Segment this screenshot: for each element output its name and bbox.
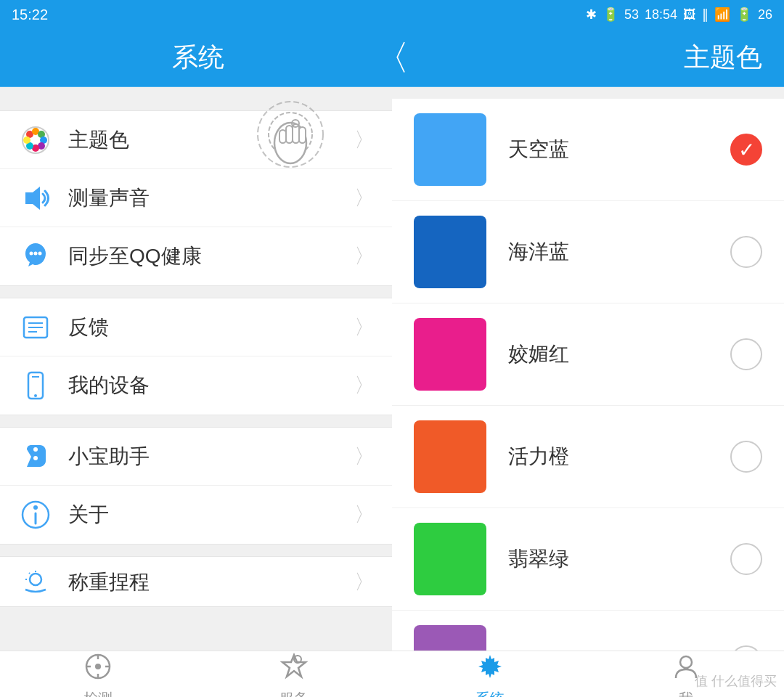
header: 系统 〈 主题色 <box>0 29 784 87</box>
color-swatch-ocean-blue <box>414 216 486 288</box>
theme-icon <box>17 122 54 158</box>
nav-item-detect[interactable]: 检测 <box>0 651 196 697</box>
header-left: 系统 <box>22 40 375 76</box>
color-name-green: 翡翠绿 <box>508 545 730 573</box>
color-item-green[interactable]: 翡翠绿 <box>392 508 784 611</box>
sound-arrow: 〉 <box>354 184 375 212</box>
header-left-title: 系统 <box>22 40 375 76</box>
detect-icon <box>83 652 113 688</box>
menu-item-qq[interactable]: 同步至QQ健康 〉 <box>0 227 392 285</box>
color-item-ocean-blue[interactable]: 海洋蓝 <box>392 201 784 303</box>
about-icon <box>17 497 54 533</box>
section-group-1: 主题色 <box>0 110 392 286</box>
main-content: 主题色 <box>0 99 784 651</box>
sound-label: 测量声音 <box>68 184 354 212</box>
svg-point-25 <box>34 394 37 397</box>
about-label: 关于 <box>68 501 354 529</box>
status-time-left: 15:22 <box>12 7 48 23</box>
assistant-icon <box>17 439 54 475</box>
qq-label: 同步至QQ健康 <box>68 242 354 270</box>
weight-label: 称重捏程 <box>68 568 354 596</box>
section-group-2: 反馈 〉 我的设备 〉 <box>0 298 392 415</box>
color-radio-sky-blue[interactable]: ✓ <box>730 134 762 166</box>
svg-point-18 <box>34 252 38 256</box>
menu-item-assistant[interactable]: 小宝助手 〉 <box>0 428 392 486</box>
menu-item-feedback[interactable]: 反馈 〉 <box>0 298 392 356</box>
svg-point-8 <box>23 136 30 144</box>
svg-point-19 <box>38 252 42 256</box>
qq-arrow: 〉 <box>354 242 375 270</box>
system-label: 系统 <box>475 689 505 698</box>
color-radio-ocean-blue[interactable] <box>730 236 762 268</box>
svg-point-17 <box>30 252 33 256</box>
color-swatch-green <box>414 523 486 595</box>
feedback-icon <box>17 309 54 346</box>
color-name-orange: 活力橙 <box>508 443 730 470</box>
color-name-crimson: 姣媚红 <box>508 341 730 368</box>
svg-point-30 <box>33 505 38 510</box>
about-arrow: 〉 <box>354 501 375 529</box>
assistant-label: 小宝助手 <box>68 443 354 470</box>
header-divider <box>0 87 784 99</box>
color-radio-crimson[interactable] <box>730 338 762 370</box>
header-right: 主题色 <box>409 40 762 76</box>
color-item-purple[interactable]: 紫罗兰 <box>392 611 784 651</box>
image-icon: 🖼 <box>683 7 696 23</box>
weight-arrow: 〉 <box>354 568 375 596</box>
svg-point-27 <box>33 447 38 452</box>
color-name-purple: 紫罗兰 <box>508 648 730 651</box>
status-battery-1: 53 <box>624 7 639 23</box>
nav-item-system[interactable]: 系统 <box>392 651 588 697</box>
service-icon <box>279 652 309 688</box>
nav-item-service[interactable]: 服务 <box>196 651 392 697</box>
color-item-orange[interactable]: 活力橙 <box>392 406 784 508</box>
menu-item-sound[interactable]: 测量声音 〉 <box>0 169 392 227</box>
color-item-sky-blue[interactable]: 天空蓝✓ <box>392 99 784 201</box>
right-panel: 天空蓝✓海洋蓝姣媚红活力橙翡翠绿紫罗兰 <box>392 99 784 651</box>
svg-point-32 <box>30 574 41 585</box>
section-group-3: 小宝助手 〉 关于 〉 <box>0 427 392 545</box>
status-battery-2: 26 <box>758 7 772 23</box>
back-button[interactable]: 〈 <box>375 35 409 81</box>
system-icon <box>475 652 505 688</box>
menu-item-device[interactable]: 我的设备 〉 <box>0 356 392 415</box>
detect-label: 检测 <box>83 689 113 698</box>
theme-label: 主题色 <box>68 126 354 154</box>
menu-item-about[interactable]: 关于 〉 <box>0 486 392 544</box>
battery-icon-2: 🔋 <box>736 7 752 23</box>
color-list: 天空蓝✓海洋蓝姣媚红活力橙翡翠绿紫罗兰 <box>392 99 784 651</box>
feedback-arrow: 〉 <box>354 314 375 341</box>
header-right-title: 主题色 <box>684 40 762 76</box>
status-bar: 15:22 ✱ 🔋 53 18:54 🖼 ‖ 📶 🔋 26 <box>0 0 784 29</box>
color-swatch-orange <box>414 420 486 493</box>
color-radio-green[interactable] <box>730 543 762 575</box>
svg-point-28 <box>33 456 38 460</box>
theme-arrow: 〉 <box>354 126 375 154</box>
status-bar-right: ✱ 🔋 53 18:54 🖼 ‖ 📶 🔋 26 <box>586 7 772 23</box>
device-arrow: 〉 <box>354 372 375 399</box>
svg-point-37 <box>95 664 101 669</box>
weight-icon <box>17 564 54 600</box>
device-label: 我的设备 <box>68 372 354 399</box>
section-group-4: 称重捏程 〉 <box>0 556 392 607</box>
sound-icon <box>17 180 54 216</box>
watermark: 值 什么值得买 <box>695 672 777 690</box>
me-label: 我 <box>679 689 693 698</box>
service-label: 服务 <box>279 689 309 698</box>
menu-item-weight[interactable]: 称重捏程 〉 <box>0 557 392 607</box>
color-item-crimson[interactable]: 姣媚红 <box>392 303 784 406</box>
color-swatch-crimson <box>414 318 486 391</box>
color-radio-purple[interactable] <box>730 645 762 651</box>
color-name-ocean-blue: 海洋蓝 <box>508 238 730 266</box>
svg-line-35 <box>29 573 30 574</box>
vibrate-icon: ‖ <box>702 7 709 23</box>
battery-icon-1: 🔋 <box>603 7 618 23</box>
color-radio-orange[interactable] <box>730 441 762 473</box>
wifi-icon: 📶 <box>714 7 730 23</box>
status-bar-left: 15:22 <box>12 7 48 23</box>
bottom-nav: 检测 服务 系统 我 <box>0 651 784 697</box>
color-swatch-purple <box>414 625 486 651</box>
bluetooth-icon: ✱ <box>586 7 597 23</box>
menu-item-theme[interactable]: 主题色 <box>0 111 392 169</box>
svg-point-45 <box>680 656 692 668</box>
